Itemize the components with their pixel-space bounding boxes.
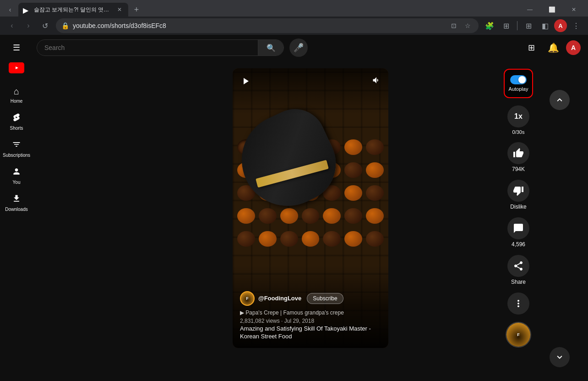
nav-buttons: ‹ › ↺ [5,18,52,33]
tab-favicon: ▶ [23,6,30,13]
cast-icon[interactable]: ⊡ [448,20,459,31]
volume-button[interactable] [372,76,381,85]
sidebar-item-shorts[interactable]: Shorts [2,109,31,134]
youtube-logo-icon [9,62,24,73]
dislike-label: Dislike [510,204,526,210]
share-wrapper: Share [507,255,529,285]
video-title: Amazing and Satisfying Skill Of Takoyaki… [240,325,381,341]
autoplay-label: Autoplay [509,86,528,92]
more-options-button[interactable] [507,293,529,315]
url-action-icons: ⊡ ☆ [448,20,473,31]
yt-header: 🔍 🎤 ⊞ 🔔 A [33,35,588,61]
maximize-button[interactable]: ⬜ [541,1,562,18]
youtube-app: ☰ ⌂ Home Shorts [0,35,588,381]
browser-chrome: ‹ ▶ 슬잠고 보게되는?! 달인의 엿정... ✕ + — ⬜ ✕ ‹ › ↺… [0,0,588,35]
dislike-button[interactable] [507,180,529,202]
speed-sublabel: 0/30s [512,129,525,135]
profile-avatar[interactable]: A [554,19,567,32]
share-button[interactable] [507,255,529,277]
scroll-down-button[interactable] [550,347,570,367]
url-display: youtube.com/shorts/d3of8isEFc8 [73,22,445,29]
scroll-up-button[interactable] [550,90,570,110]
back-button[interactable]: ‹ [5,18,19,33]
like-wrapper: 794K [507,142,529,172]
user-avatar[interactable]: A [566,40,581,55]
active-tab[interactable]: ▶ 슬잠고 보게되는?! 달인의 엿정... ✕ [18,3,128,17]
video-stats: 2,831,082 views · Jul 29, 2018 [240,318,381,324]
sidebar-item-you[interactable]: You [2,163,31,188]
like-button[interactable] [507,142,529,164]
tab-title: 슬잠고 보게되는?! 달인의 엿정... [34,6,112,14]
playlist-label: ▶ Papa's Crepe | Famous grandpa's crepe [240,309,344,316]
voice-search-button[interactable]: 🎤 [289,39,308,57]
next-channel-wrapper: F [506,322,531,348]
shorts-icon [12,113,21,124]
tab-bar: ‹ ▶ 슬잠고 보게되는?! 달인의 엿정... ✕ + — ⬜ ✕ [0,0,588,17]
playlist-info[interactable]: ▶ Papa's Crepe | Famous grandpa's crepe [240,309,381,316]
takoyaki-row-4 [237,208,384,224]
close-button[interactable]: ✕ [563,1,584,18]
minimize-button[interactable]: — [519,1,540,18]
sidebar-home-label: Home [11,99,23,104]
url-box[interactable]: 🔒 youtube.com/shorts/d3of8isEFc8 ⊡ ☆ [56,18,479,33]
like-count: 794K [512,166,525,172]
channel-name[interactable]: @FoodingLove [258,295,301,302]
extensions-menu-button[interactable]: ⊞ [499,18,513,33]
sidebar-downloads-label: Downloads [5,207,27,212]
refresh-button[interactable]: ↺ [38,18,52,33]
comments-button[interactable] [507,217,529,239]
youtube-logo[interactable] [5,62,28,73]
hamburger-menu[interactable]: ☰ [7,39,26,57]
video-overlay-info: F @FoodingLove Subscribe ▶ Papa's Crepe … [233,284,388,348]
main-content: 🔍 🎤 ⊞ 🔔 A [33,35,588,381]
sidebar-subscriptions-label: Subscriptions [3,153,30,158]
screenshot-button[interactable]: ⊞ [521,18,536,33]
comments-count: 4,596 [512,241,525,248]
sidebar-item-home[interactable]: ⌂ Home [2,83,31,107]
tab-nav-back[interactable]: ‹ [4,4,16,16]
channel-avatar[interactable]: F [240,291,255,306]
speed-button[interactable]: 1x [507,105,529,127]
create-button[interactable]: ⊞ [522,39,540,57]
subscribe-button[interactable]: Subscribe [307,293,343,304]
top-gradient [233,68,388,114]
forward-button[interactable]: › [21,18,36,33]
comments-wrapper: 4,596 [507,217,529,248]
share-label: Share [511,279,526,285]
search-box[interactable]: 🔍 [37,39,284,56]
sidebar-you-label: You [13,180,21,185]
more-button[interactable]: ⋮ [569,18,583,33]
extensions-button[interactable]: 🧩 [482,18,497,33]
video-player[interactable]: F @FoodingLove Subscribe ▶ Papa's Crepe … [233,68,388,348]
search-input[interactable] [37,44,258,51]
autoplay-wrapper: Autoplay [504,69,533,98]
notifications-button[interactable]: 🔔 [544,39,562,57]
bookmark-icon[interactable]: ☆ [462,20,473,31]
tab-close-button[interactable]: ✕ [115,6,124,14]
more-wrapper [507,293,529,315]
autoplay-button[interactable]: Autoplay [504,69,533,98]
action-panel: Autoplay 1x 0/30s 794K [504,69,533,348]
toolbar-right: 🧩 ⊞ ⊞ ◧ A ⋮ [482,18,583,33]
sidebar-toggle[interactable]: ◧ [538,18,552,33]
address-bar: ‹ › ↺ 🔒 youtube.com/shorts/d3of8isEFc8 ⊡… [0,17,588,35]
sidebar-shorts-label: Shorts [10,126,23,131]
window-controls: — ⬜ ✕ [519,1,584,18]
you-icon [12,167,21,178]
autoplay-toggle [510,75,527,84]
autoplay-knob [518,76,526,83]
new-tab-button[interactable]: + [130,3,143,16]
next-channel-avatar[interactable]: F [506,322,531,348]
speed-value: 1x [514,112,523,121]
sidebar: ☰ ⌂ Home Shorts [0,35,33,381]
sidebar-item-downloads[interactable]: Downloads [2,190,31,215]
subscriptions-icon [12,140,21,151]
sidebar-item-subscriptions[interactable]: Subscriptions [2,136,31,161]
next-channel-inner: F [506,323,530,347]
toolbar-divider [517,21,517,30]
search-button[interactable]: 🔍 [258,39,283,56]
speed-wrapper: 1x 0/30s [507,105,529,135]
channel-info: F @FoodingLove Subscribe [240,291,381,306]
play-button[interactable] [240,76,251,89]
channel-avatar-inner: F [241,292,254,305]
